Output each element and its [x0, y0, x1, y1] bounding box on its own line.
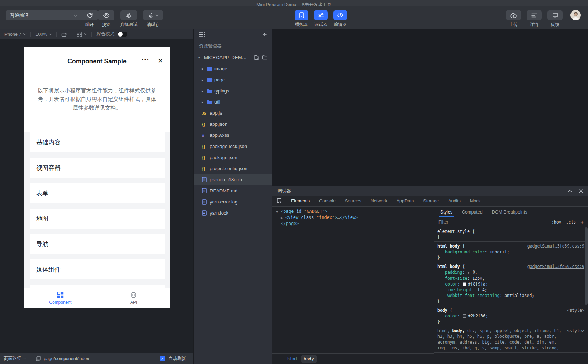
tree-file-package-lock.json[interactable]: {}package-lock.json [194, 141, 272, 152]
collapse-panel-icon[interactable] [261, 32, 267, 37]
component-section-card[interactable]: 基础内容 [30, 132, 165, 152]
pseudo-state-toggle[interactable]: :hov [551, 220, 561, 225]
tree-file-app.json[interactable]: {}app.json [194, 119, 272, 130]
folder-icon-wrap [207, 77, 213, 82]
css-property-line[interactable]: background-color: inherit; [437, 249, 584, 255]
real-device-debug-button[interactable] [120, 10, 137, 20]
css-selector[interactable]: body { [437, 307, 564, 313]
compile-button[interactable] [81, 10, 98, 20]
devtools-tab-storage[interactable]: Storage [418, 196, 444, 206]
stylesheet-source-link[interactable]: gadgetSimul…3fd69.css:9 [527, 243, 584, 249]
css-selector[interactable]: html body { [437, 264, 525, 269]
tree-folder-typings[interactable]: ▸typings [194, 85, 272, 96]
auto-refresh-checkbox[interactable]: ✓ [160, 356, 165, 361]
new-style-rule-button[interactable]: + [580, 220, 584, 224]
close-icon[interactable]: ✕ [158, 57, 163, 65]
phone-tab-component[interactable]: Component [24, 288, 97, 308]
devtools-tab-console[interactable]: Console [314, 196, 340, 206]
devtools-tab-appdata[interactable]: AppData [392, 196, 419, 206]
debugger-toggle-item: 调试器 [314, 10, 328, 27]
expand-arrow-open-icon[interactable]: ▼ [276, 209, 281, 215]
styles-tab-dom-breakpoints[interactable]: DOM Breakpoints [487, 207, 532, 217]
color-swatch[interactable] [463, 314, 466, 318]
tree-file-app.wxss[interactable]: #app.wxss [194, 130, 272, 141]
styles-filter-input[interactable] [438, 220, 547, 225]
class-toggle[interactable]: .cls [566, 220, 576, 225]
zoom-dropdown[interactable]: 100% [35, 32, 52, 37]
collapse-up-icon[interactable] [568, 190, 572, 192]
page-path-toggle[interactable]: 页面路径 [4, 356, 26, 362]
compile-mode-dropdown[interactable]: 普通编译 [6, 10, 81, 20]
devtools-tab-elements[interactable]: Elements [286, 196, 314, 206]
new-folder-icon[interactable] [262, 55, 268, 60]
css-property-line[interactable]: padding: ▶ 0; [437, 269, 584, 276]
close-icon[interactable] [579, 189, 583, 193]
tree-file-project.config.json[interactable]: {}project.config.json [194, 163, 272, 174]
details-button[interactable] [527, 10, 542, 20]
scrollbar-thumb[interactable] [585, 227, 588, 305]
tree-file-README.md[interactable]: README.md [194, 185, 272, 196]
styles-tab-computed[interactable]: Computed [457, 207, 487, 217]
styles-tabs: StylesComputedDOM Breakpoints [434, 207, 588, 217]
component-section-card[interactable]: 地图 [30, 209, 165, 229]
css-selector[interactable]: html, body, div, span, applet, object, i… [437, 328, 564, 351]
inspect-element-button[interactable] [272, 196, 286, 206]
layout-grid-dropdown[interactable] [77, 32, 87, 37]
more-menu-icon[interactable]: ··· [142, 56, 150, 63]
devtools-tab-mock[interactable]: Mock [465, 196, 485, 206]
upload-button[interactable] [506, 10, 521, 20]
tree-file-pseudo_i18n.rb[interactable]: pseudo_i18n.rb [194, 174, 272, 185]
tree-file-package.json[interactable]: {}package.json [194, 152, 272, 163]
css-property-line[interactable]: -webkit-font-smoothing: antialiased; [437, 293, 584, 298]
css-property-line[interactable]: line-height: 1.4; [437, 287, 584, 293]
preview-button[interactable] [98, 10, 114, 20]
component-section-card[interactable]: 导航 [30, 234, 165, 254]
tree-root-row[interactable]: ▾ MICROAPP–DEM… [194, 52, 272, 63]
copy-icon[interactable] [36, 356, 41, 361]
component-section-card[interactable]: 媒体组件 [30, 259, 165, 279]
new-file-icon[interactable] [254, 55, 259, 60]
tree-file-yarn.lock[interactable]: yarn.lock [194, 207, 272, 219]
tree-folder-image[interactable]: ▸image [194, 63, 272, 74]
dom-node-line[interactable]: </page> [272, 221, 434, 227]
tree-folder-page[interactable]: ▸page [194, 74, 272, 85]
component-section-card-partial[interactable] [30, 285, 165, 288]
outline-list-icon[interactable] [199, 32, 205, 37]
devtools-tab-sources[interactable]: Sources [340, 196, 366, 206]
clear-cache-button[interactable] [143, 10, 163, 20]
devtools-tab-audits[interactable]: Audits [444, 196, 465, 206]
rotate-button[interactable] [61, 32, 67, 37]
expand-arrow-closed-icon[interactable]: ▶ [281, 215, 285, 221]
editor-toggle-button[interactable] [333, 10, 347, 20]
simulator-toggle-button[interactable] [295, 10, 308, 20]
feedback-button[interactable] [547, 10, 563, 20]
tree-file-yarn-error.log[interactable]: yarn-error.log [194, 196, 272, 207]
dark-mode-toggle[interactable] [118, 32, 127, 37]
tree-folder-util[interactable]: ▸util [194, 96, 272, 107]
css-selector[interactable]: element.style { [437, 229, 584, 234]
devtools-tab-network[interactable]: Network [366, 196, 392, 206]
color-swatch[interactable] [463, 282, 466, 286]
breadcrumb-body[interactable]: body [301, 355, 317, 363]
component-section-card[interactable]: 表单 [30, 183, 165, 203]
avatar[interactable] [570, 10, 581, 20]
css-selector[interactable]: html body { [437, 243, 525, 249]
css-property-line[interactable]: font-size: 12px; [437, 276, 584, 281]
debugger-toggle-button[interactable] [314, 10, 328, 20]
component-section-card[interactable]: 视图容器 [30, 158, 165, 178]
stylesheet-source-link[interactable]: <style> [567, 307, 584, 313]
close-brace: } [437, 319, 584, 325]
stylesheet-source-link[interactable]: gadgetSimul…3fd69.css:9 [527, 264, 584, 269]
breadcrumb-html[interactable]: html [285, 355, 300, 363]
tree-file-app.js[interactable]: JSapp.js [194, 107, 272, 119]
device-dropdown[interactable]: iPhone 7 [4, 32, 26, 37]
dom-node-line[interactable]: ▼<page id="GADGET"> [272, 209, 434, 215]
styles-tab-styles[interactable]: Styles [436, 207, 457, 217]
expander-arrow-icon[interactable]: ▶ [467, 271, 473, 274]
clear-cache-label: 清缓存 [147, 22, 160, 27]
css-property-line[interactable]: color: #2b2f36; [437, 313, 584, 319]
dom-node-line[interactable]: ▶<view class="index">…</view> [272, 215, 434, 221]
css-property-line[interactable]: color: #f8f9fa; [437, 281, 584, 287]
stylesheet-source-link[interactable]: <style> [567, 328, 584, 334]
phone-tab-api[interactable]: API [97, 288, 171, 308]
